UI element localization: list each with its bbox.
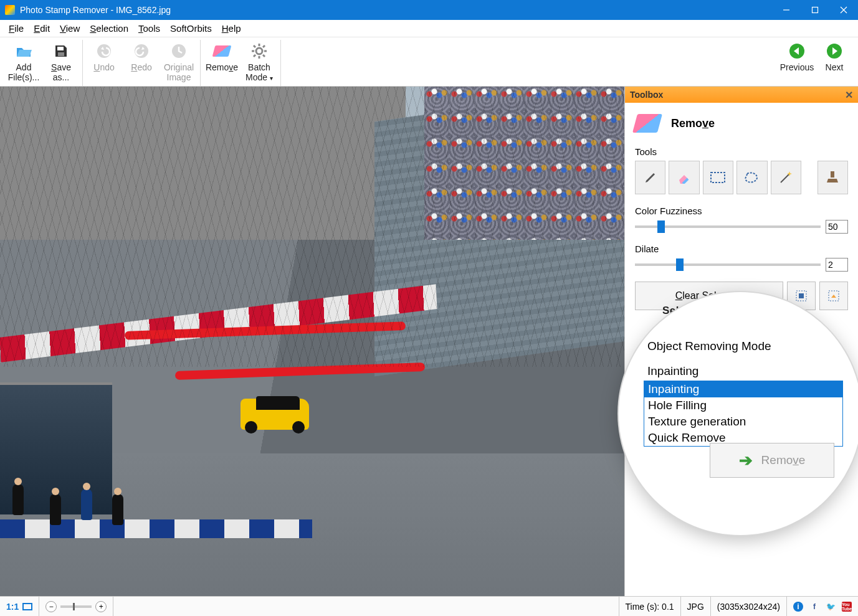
color-fuzziness-label: Color Fuzziness — [635, 206, 848, 216]
toolbox-header: Toolbox ✕ — [625, 87, 858, 103]
next-icon — [826, 42, 843, 60]
dilate-slider[interactable] — [635, 263, 821, 266]
svg-rect-21 — [831, 171, 834, 178]
statusbar: 1:1 − + Time (s): 0.1 JPG (3035x3024x24)… — [0, 596, 858, 616]
status-dimensions: (3035x3024x24) — [711, 597, 787, 616]
tool-icons-row — [635, 161, 848, 194]
app-icon — [5, 5, 15, 15]
magnifier-remove-button[interactable]: ➔ Remove — [710, 443, 834, 478]
menu-softorbits[interactable]: SoftOrbits — [165, 22, 217, 35]
menu-edit[interactable]: Edit — [29, 22, 55, 35]
zoom-in-button[interactable]: + — [95, 601, 107, 612]
fit-screen-icon[interactable] — [22, 603, 32, 610]
save-as-button[interactable]: Saveas... — [42, 40, 80, 86]
zoom-out-button[interactable]: − — [45, 601, 57, 612]
previous-button[interactable]: Previous — [778, 40, 816, 76]
magic-wand-tool[interactable] — [771, 161, 801, 194]
svg-rect-4 — [57, 47, 64, 50]
minimize-button[interactable] — [772, 0, 801, 20]
menu-help[interactable]: Help — [217, 22, 246, 35]
mode-option-hole-filling[interactable]: Hole Filling — [644, 397, 842, 414]
status-format: JPG — [681, 597, 711, 616]
undo-icon — [95, 42, 113, 60]
youtube-icon[interactable]: YouTube — [842, 602, 852, 612]
info-icon[interactable]: i — [793, 602, 803, 612]
facebook-icon[interactable]: f — [809, 602, 819, 612]
color-fuzziness-value[interactable] — [826, 220, 848, 234]
save-icon — [52, 42, 70, 60]
batch-mode-button[interactable]: BatchMode ▾ — [241, 40, 278, 86]
pencil-tool[interactable] — [635, 161, 665, 194]
toolbox-title: Toolbox — [630, 90, 663, 100]
menu-file[interactable]: File — [4, 22, 29, 35]
svg-rect-23 — [799, 293, 804, 298]
undo-button[interactable]: Undo — [85, 40, 123, 86]
mode-dropdown-list[interactable]: Inpainting Hole Filling Texture generati… — [644, 381, 843, 447]
svg-line-16 — [263, 45, 265, 47]
status-time: Time (s): 0.1 — [619, 597, 681, 616]
zoom-slider[interactable] — [60, 605, 92, 608]
previous-icon — [788, 42, 806, 60]
next-button[interactable]: Next — [816, 40, 853, 76]
svg-point-9 — [256, 48, 262, 54]
dilate-label: Dilate — [635, 244, 848, 254]
folder-open-icon — [15, 42, 32, 60]
dilate-value[interactable] — [826, 258, 848, 272]
svg-line-14 — [254, 45, 255, 47]
zoom-1to1-button[interactable]: 1:1 — [0, 597, 39, 616]
toolbar: AddFile(s)... Saveas... Undo Redo Origin… — [0, 37, 858, 87]
svg-rect-1 — [813, 7, 818, 13]
menu-view[interactable]: View — [55, 22, 85, 35]
menu-tools[interactable]: Tools — [133, 22, 165, 35]
gear-icon — [250, 42, 268, 60]
clone-stamp-tool[interactable] — [817, 161, 848, 194]
maximize-button[interactable] — [801, 0, 829, 20]
original-image-button[interactable]: OriginalImage — [160, 40, 198, 86]
eraser-icon — [632, 114, 662, 133]
mode-option-inpainting[interactable]: Inpainting — [644, 381, 842, 397]
close-button[interactable] — [829, 0, 858, 20]
car-object — [237, 392, 312, 436]
svg-line-17 — [254, 55, 255, 57]
window-title: Photo Stamp Remover - IMG_8562.jpg — [20, 5, 171, 15]
svg-line-15 — [263, 55, 265, 57]
add-files-button[interactable]: AddFile(s)... — [5, 40, 42, 86]
redo-icon — [133, 42, 150, 60]
freeform-select-tool[interactable] — [736, 161, 767, 194]
menubar: File Edit View Selection Tools SoftOrbit… — [0, 20, 858, 37]
mode-selected-value[interactable]: Inpainting — [647, 364, 843, 378]
remove-section-label: Remove — [671, 117, 715, 130]
eraser-tool[interactable] — [669, 161, 699, 194]
rectangle-select-tool[interactable] — [703, 161, 733, 194]
mode-option-texture-generation[interactable]: Texture generation — [644, 414, 842, 430]
history-icon — [170, 42, 188, 60]
apply-arrow-icon: ➔ — [739, 451, 753, 470]
menu-selection[interactable]: Selection — [85, 22, 133, 35]
svg-rect-5 — [58, 52, 64, 56]
titlebar: Photo Stamp Remover - IMG_8562.jpg — [0, 0, 858, 20]
zoom-slider-cell: − + — [39, 597, 113, 616]
load-selection-button[interactable] — [819, 282, 848, 310]
svg-rect-20 — [711, 173, 725, 182]
tools-label: Tools — [635, 146, 848, 157]
canvas-area[interactable] — [0, 87, 624, 596]
twitter-icon[interactable]: 🐦 — [826, 602, 836, 612]
remove-button[interactable]: Remove — [203, 40, 241, 86]
image-preview[interactable] — [0, 87, 624, 596]
magnifier-overlay: Object Removing Mode Inpainting Inpainti… — [619, 292, 858, 535]
toolbox-close-icon[interactable]: ✕ — [845, 89, 853, 101]
eraser-icon — [213, 42, 231, 60]
toolbox-panel: Toolbox ✕ Remove Tools Color Fuzziness — [624, 87, 858, 596]
color-fuzziness-slider[interactable] — [635, 225, 821, 228]
redo-button[interactable]: Redo — [123, 40, 160, 86]
object-removing-mode-label: Object Removing Mode — [647, 339, 843, 353]
